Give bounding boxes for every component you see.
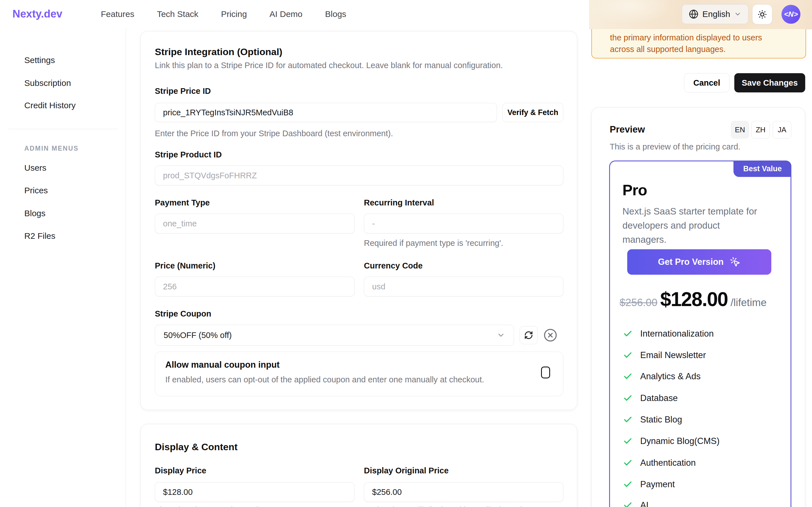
sun-icon — [757, 9, 767, 19]
recurring-interval-label: Recurring Interval — [364, 198, 434, 208]
recurring-interval-input[interactable] — [364, 214, 563, 233]
nav-item-pricing[interactable]: Pricing — [221, 9, 247, 19]
preview-lang-tab-zh[interactable]: ZH — [751, 121, 770, 138]
payment-type-input[interactable] — [155, 214, 355, 233]
price-interval: /lifetime — [731, 297, 766, 308]
nav-item-blogs[interactable]: Blogs — [325, 9, 347, 19]
feature-label: Email Newsletter — [640, 350, 706, 360]
chevron-down-icon — [734, 10, 741, 18]
plan-description-line-3: managers. — [622, 233, 786, 247]
user-avatar[interactable]: <N> — [782, 5, 800, 24]
display-content-card: Display & Content Display Price Display … — [140, 424, 577, 507]
currency-code-label: Currency Code — [364, 261, 423, 271]
stripe-price-id-helper: Enter the Price ID from your Stripe Dash… — [155, 129, 393, 138]
feature-label: Payment — [640, 479, 675, 490]
recurring-interval-helper: Required if payment type is 'recurring'. — [364, 238, 503, 248]
feature-label: Dynamic Blog(CMS) — [640, 436, 720, 446]
sidebar: Settings Subscription Credit History ADM… — [0, 28, 126, 507]
display-price-label: Display Price — [155, 466, 206, 475]
sidebar-item-users[interactable]: Users — [24, 163, 46, 173]
cta-label: Get Pro Version — [658, 257, 724, 267]
display-original-price-input[interactable] — [364, 482, 563, 502]
feature-label: Authentication — [640, 458, 696, 468]
warning-line-1: the primary information displayed to use… — [610, 32, 800, 44]
original-price: $256.00 — [620, 297, 658, 308]
feature-item: AI — [623, 500, 648, 507]
localization-warning-banner: the primary information displayed to use… — [591, 29, 806, 58]
get-pro-version-button[interactable]: Get Pro Version — [627, 249, 771, 275]
sidebar-item-prices[interactable]: Prices — [24, 186, 48, 195]
top-navbar: Nexty.dev Features Tech Stack Pricing AI… — [0, 0, 812, 28]
clear-coupon-button[interactable] — [542, 327, 559, 344]
refresh-coupons-button[interactable] — [519, 326, 538, 344]
stripe-section-subtitle: Link this plan to a Stripe Price ID for … — [155, 60, 503, 71]
check-icon — [623, 458, 633, 468]
feature-item: Database — [623, 393, 678, 404]
manual-coupon-checkbox[interactable] — [541, 367, 550, 379]
stripe-coupon-label: Stripe Coupon — [155, 309, 211, 319]
cancel-button[interactable]: Cancel — [684, 73, 730, 93]
stripe-section-title: Stripe Integration (Optional) — [155, 46, 282, 57]
logo[interactable]: Nexty.dev — [12, 8, 62, 20]
check-icon — [623, 436, 633, 446]
x-circle-icon — [543, 328, 558, 342]
feature-label: AI — [640, 500, 648, 507]
nav-item-ai-demo[interactable]: AI Demo — [269, 9, 303, 19]
best-value-badge: Best Value — [734, 161, 791, 177]
display-section-title: Display & Content — [155, 441, 238, 452]
nav-item-tech-stack[interactable]: Tech Stack — [157, 9, 198, 19]
plan-description-line-2: developers and product — [622, 218, 786, 233]
sidebar-item-settings[interactable]: Settings — [24, 55, 55, 65]
pointer-click-icon — [730, 257, 741, 267]
sidebar-item-r2-files[interactable]: R2 Files — [24, 231, 55, 241]
feature-item: Email Newsletter — [623, 350, 706, 361]
feature-item: Dynamic Blog(CMS) — [623, 436, 720, 447]
manual-coupon-box: Allow manual coupon input If enabled, us… — [155, 351, 563, 396]
feature-label: Analytics & Ads — [640, 371, 701, 382]
sidebar-item-subscription[interactable]: Subscription — [24, 78, 71, 88]
check-icon — [623, 393, 633, 403]
check-icon — [623, 372, 633, 381]
check-icon — [623, 501, 633, 507]
check-icon — [623, 415, 633, 425]
payment-type-label: Payment Type — [155, 198, 210, 208]
display-original-price-label: Display Original Price — [364, 466, 449, 475]
feature-item: Static Blog — [623, 414, 682, 425]
plan-description-line-1: Next.js SaaS starter template for — [622, 204, 786, 218]
manual-coupon-title: Allow manual coupon input — [165, 360, 280, 370]
stripe-product-id-input[interactable] — [155, 166, 563, 185]
feature-item: Analytics & Ads — [623, 371, 701, 382]
plan-name: Pro — [622, 181, 647, 199]
stripe-integration-card: Stripe Integration (Optional) Link this … — [140, 31, 577, 410]
feature-label: Static Blog — [640, 414, 682, 425]
verify-fetch-button[interactable]: Verify & Fetch — [502, 103, 563, 122]
sidebar-section-label: ADMIN MENUS — [24, 145, 78, 152]
theme-toggle-button[interactable] — [752, 4, 772, 24]
sidebar-item-blogs[interactable]: Blogs — [24, 209, 46, 218]
sidebar-item-credit-history[interactable]: Credit History — [24, 101, 76, 110]
preview-lang-tab-en[interactable]: EN — [731, 121, 749, 138]
stripe-price-id-label: Stripe Price ID — [155, 87, 211, 96]
pricing-card-preview: Best Value Pro Next.js SaaS starter temp… — [609, 161, 791, 507]
nav-item-features[interactable]: Features — [101, 9, 134, 19]
check-icon — [623, 329, 633, 339]
sidebar-divider — [8, 129, 118, 129]
display-price-helper: The price shown on the card. — [155, 506, 260, 507]
stripe-price-id-input[interactable] — [155, 103, 497, 122]
warning-line-2: across all supported languages. — [610, 44, 800, 55]
save-changes-button[interactable]: Save Changes — [734, 73, 805, 93]
feature-item: Payment — [623, 479, 675, 490]
currency-code-input[interactable] — [364, 277, 563, 296]
check-icon — [623, 480, 633, 489]
feature-label: Database — [640, 393, 678, 403]
price-row: $256.00 $128.00 /lifetime — [620, 288, 791, 311]
coupon-select[interactable]: 50%OFF (50% off) — [155, 325, 514, 346]
display-price-input[interactable] — [155, 482, 355, 502]
check-icon — [623, 350, 633, 360]
avatar-initials: <N> — [784, 10, 798, 19]
preview-lang-tab-ja[interactable]: JA — [773, 121, 791, 138]
current-price: $128.00 — [660, 288, 728, 311]
price-numeric-input[interactable] — [155, 277, 355, 296]
stripe-product-id-label: Stripe Product ID — [155, 150, 222, 159]
language-selector[interactable]: English — [682, 4, 748, 24]
